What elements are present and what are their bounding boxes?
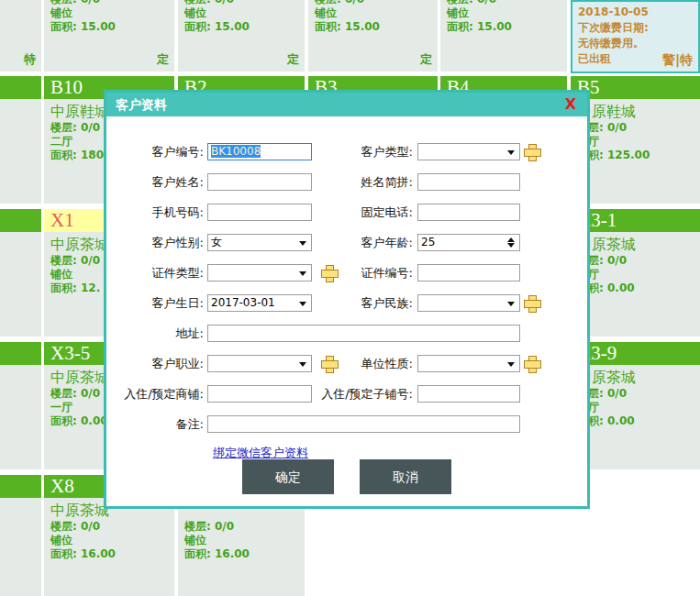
shop-id: X3-1 [571, 209, 700, 232]
mobile-label: 手机号码: [106, 204, 204, 221]
id-no-input[interactable] [417, 264, 520, 281]
gutter-row4 [0, 342, 41, 469]
payment-info-cell[interactable]: 2018-10-05 下次缴费日期: 无待缴费用。 已出租 警|特 [571, 0, 700, 73]
close-icon[interactable]: X [565, 96, 576, 113]
shop-cell-top-1[interactable]: 楼层: 0/0 铺位 面积: 15.00 定 [44, 0, 174, 72]
cell-line: 铺位 [50, 534, 174, 547]
sub-shop-label: 入住/预定子铺号: [244, 385, 413, 403]
gender-label: 客户性别: [106, 234, 204, 251]
cell-line: 面积: 0.00 [577, 414, 700, 428]
add-unit-nature-button[interactable] [524, 356, 539, 371]
cell-line: 铺位 [184, 6, 305, 20]
sub-shop-input[interactable] [417, 385, 520, 403]
address-label: 地址: [106, 325, 204, 342]
cell-line: 楼层: 0/0 [184, 520, 305, 534]
customer-type-select[interactable] [417, 143, 520, 160]
shop-cell-X3-9[interactable]: X3-9 中原茶城 楼层: 0/0 一厅 面积: 0.00 [571, 342, 700, 469]
phone-input[interactable] [417, 204, 520, 221]
cell-line: 铺位 [315, 6, 438, 20]
shop-label: 入住/预定商铺: [106, 385, 204, 403]
ok-button[interactable]: 确定 [242, 459, 334, 494]
cell-line: 楼层: 0/0 [50, 0, 174, 6]
cell-line: 铺位 [184, 534, 305, 547]
shop-title: 中原鞋城 [577, 102, 700, 121]
cell-line: 楼层: 0/0 [577, 121, 700, 135]
cell-status: 定 [157, 51, 169, 68]
cell-line: 铺位 [447, 6, 567, 20]
cell-line: 楼层: 0/0 [184, 0, 305, 6]
cell-status: 定 [287, 51, 299, 68]
phone-label: 固定电话: [244, 204, 413, 221]
name-pinyin-input[interactable] [417, 173, 520, 191]
app-stage: 特 楼层: 0/0 铺位 面积: 15.00 定 楼层: 0/0 铺位 面积: … [0, 0, 700, 596]
gutter-row5-bar [0, 475, 41, 498]
remark-input[interactable] [207, 415, 520, 433]
customer-no-label: 客户编号: [106, 143, 204, 160]
shop-cell-top-3[interactable]: 楼层: 0/0 铺位 面积: 15.00 定 [308, 0, 438, 72]
ethnicity-select[interactable] [417, 294, 520, 312]
unit-nature-select[interactable] [417, 355, 520, 372]
address-input[interactable] [207, 325, 520, 342]
chevron-down-icon [507, 362, 515, 367]
cell-line: 楼层: 0/0 [577, 387, 700, 401]
gutter-row2 [0, 76, 41, 204]
gutter-row2-bar [0, 76, 41, 99]
remark-label: 备注: [106, 415, 204, 433]
gutter-row3-bar [0, 209, 41, 232]
cell-line: 铺位 [50, 6, 174, 20]
cell-line: 面积: 16.00 [184, 547, 305, 561]
cell-line: 面积: 15.00 [315, 20, 438, 34]
id-type-label: 证件类型: [106, 264, 204, 281]
cell-line: 一厅 [577, 401, 700, 414]
dialog-body: 客户编号: BK10008 客户类型: 客户姓名: 姓名简拼: 手机号码: 固定… [106, 116, 587, 506]
cell-line: 面积: 15.00 [447, 20, 567, 34]
spinner-down-icon[interactable] [507, 243, 515, 248]
shop-cell-top-2[interactable]: 楼层: 0/0 铺位 面积: 15.00 定 [178, 0, 305, 72]
cell-line: 面积: 0.00 [577, 281, 700, 295]
cell-line: 面积: 15.00 [184, 20, 305, 34]
next-payment-date: 2018-10-05 [578, 5, 693, 20]
cell-line: 一厅 [577, 268, 700, 281]
shop-cell-X3-1[interactable]: X3-1 中原茶城 楼层: 0/0 一厅 面积: 0.00 [571, 209, 700, 337]
gutter-row4-bar [0, 342, 41, 365]
add-customer-type-button[interactable] [524, 144, 539, 160]
name-pinyin-label: 姓名简拼: [244, 173, 413, 191]
gutter-row5 [0, 475, 41, 596]
cell-status: 定 [420, 51, 432, 68]
chevron-down-icon [507, 302, 515, 306]
customer-name-label: 客户姓名: [106, 173, 204, 191]
birthday-label: 客户生日: [106, 294, 204, 312]
shop-cell-B5[interactable]: B5 中原鞋城 楼层: 0/0 二厅 面积: 125.00 [571, 76, 700, 204]
cell-line: 楼层: 0/0 [315, 0, 438, 6]
customer-type-label: 客户类型: [244, 143, 413, 160]
cell-line: 面积: 125.00 [577, 149, 700, 162]
cancel-button[interactable]: 取消 [360, 459, 451, 494]
cell-line: 楼层: 0/0 [577, 254, 700, 268]
spinner-up-icon[interactable] [507, 237, 515, 242]
customer-info-dialog: 客户资料 X 客户编号: BK10008 客户类型: 客户姓名: 姓名简拼: 手… [104, 90, 590, 509]
cell-line: 面积: 16.00 [50, 547, 174, 561]
id-no-label: 证件编号: [244, 264, 413, 281]
shop-title: 中原茶城 [577, 235, 700, 254]
age-label: 客户年龄: [244, 234, 413, 251]
unit-nature-label: 单位性质: [244, 355, 413, 372]
chevron-down-icon [507, 150, 515, 155]
info-line: 下次缴费日期: [578, 20, 693, 36]
cell-line: 楼层: 0/0 [447, 0, 567, 6]
shop-title: 中原茶城 [577, 368, 700, 387]
ethnicity-label: 客户民族: [244, 294, 413, 312]
info-line: 无待缴费用。 [578, 36, 693, 51]
cell-line: 楼层: 0/0 [50, 520, 174, 534]
add-ethnicity-button[interactable] [524, 295, 539, 311]
gutter-row1-label: 特 [24, 51, 36, 68]
dialog-title: 客户资料 [106, 93, 587, 116]
shop-id: X3-9 [571, 342, 700, 365]
occupation-label: 客户职业: [106, 355, 204, 372]
cell-line: 二厅 [577, 135, 700, 149]
cell-line: 面积: 15.00 [50, 20, 174, 34]
shop-cell-top-4[interactable]: 楼层: 0/0 铺位 面积: 15.00 [440, 0, 567, 72]
shop-id: B5 [571, 76, 700, 99]
gutter-row1: 特 [0, 0, 41, 72]
alert-badge: 警|特 [662, 52, 693, 69]
age-stepper[interactable]: 25 [417, 234, 520, 251]
